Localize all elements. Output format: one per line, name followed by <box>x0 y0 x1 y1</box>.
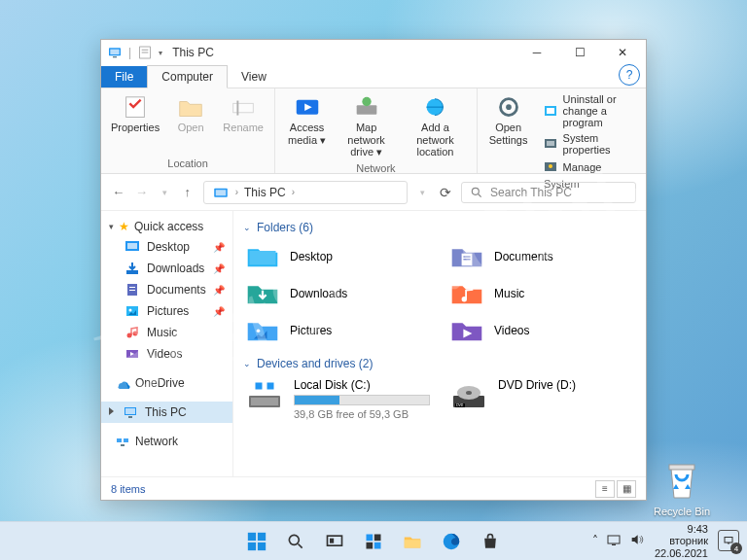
music-folder-icon <box>449 279 484 308</box>
titlebar[interactable]: | ▾ This PC ─ ☐ ✕ <box>101 40 646 65</box>
settings-icon <box>494 94 523 120</box>
folder-downloads[interactable]: Downloads <box>243 277 432 310</box>
downloads-icon <box>124 261 140 276</box>
breadcrumb-root[interactable]: This PC <box>244 186 286 199</box>
uninstall-icon <box>543 103 558 119</box>
qat-properties-icon[interactable] <box>137 45 153 60</box>
tab-file[interactable]: File <box>101 66 147 88</box>
taskbar[interactable]: ˄ 9:43 вторник 22.06.2021 4 <box>0 521 747 560</box>
recent-locations-button[interactable]: ▾ <box>157 182 172 203</box>
tab-view[interactable]: View <box>228 66 280 88</box>
folder-music[interactable]: Music <box>447 277 636 310</box>
svg-rect-27 <box>127 243 137 249</box>
maximize-button[interactable]: ☐ <box>558 40 601 65</box>
downloads-folder-icon <box>245 279 280 308</box>
nav-videos[interactable]: Videos <box>101 343 232 365</box>
svg-rect-47 <box>463 259 470 260</box>
folders-section-header[interactable]: ⌄Folders (6) <box>243 221 636 234</box>
up-button[interactable]: ↑ <box>180 182 196 203</box>
documents-icon <box>124 282 140 298</box>
svg-rect-43 <box>121 444 124 446</box>
minimize-button[interactable]: ─ <box>516 40 558 65</box>
search-icon <box>470 186 483 199</box>
action-center-button[interactable]: 4 <box>718 530 739 551</box>
forward-button: → <box>134 182 150 203</box>
refresh-button[interactable]: ⟳ <box>438 182 453 203</box>
documents-folder-icon <box>449 242 484 271</box>
add-location-icon <box>420 94 449 120</box>
task-view-button[interactable] <box>317 524 352 559</box>
access-media-button[interactable]: Access media ▾ <box>281 90 333 162</box>
svg-point-24 <box>472 188 479 194</box>
tab-computer[interactable]: Computer <box>147 65 228 88</box>
nav-network[interactable]: Network <box>101 431 232 452</box>
dvd-drive-icon: DVD <box>449 378 488 413</box>
system-properties-button[interactable]: System properties <box>540 131 636 157</box>
add-network-location-button[interactable]: Add a network location <box>400 90 470 162</box>
breadcrumb-pc-icon <box>212 185 230 200</box>
properties-button[interactable]: Properties <box>107 90 163 158</box>
svg-rect-42 <box>124 438 128 442</box>
ribbon-group-network: Access media ▾ Map network drive ▾ Add a… <box>275 88 477 173</box>
quick-access-header[interactable]: ▾★Quick access <box>101 217 232 236</box>
widgets-button[interactable] <box>356 524 391 559</box>
nav-this-pc[interactable]: This PC <box>101 402 232 423</box>
onedrive-icon <box>115 375 130 391</box>
back-button[interactable]: ← <box>111 182 126 203</box>
drive-local-c[interactable]: Local Disk (C:) 39,8 GB free of 59,3 GB <box>243 376 432 422</box>
map-network-drive-button[interactable]: Map network drive ▾ <box>335 90 398 162</box>
access-media-icon <box>293 94 322 120</box>
folder-desktop[interactable]: Desktop <box>243 240 432 273</box>
recycle-bin-icon <box>661 455 702 504</box>
nav-music[interactable]: Music <box>101 322 232 343</box>
videos-folder-icon <box>449 316 484 345</box>
help-button[interactable]: ? <box>619 64 640 86</box>
nav-downloads[interactable]: Downloads📌 <box>101 258 232 279</box>
svg-rect-6 <box>126 97 145 118</box>
clock[interactable]: 9:43 вторник 22.06.2021 <box>655 523 708 560</box>
start-button[interactable] <box>239 524 274 559</box>
pin-icon: 📌 <box>213 285 225 296</box>
recycle-bin[interactable]: Recycle Bin <box>652 455 712 517</box>
drive-dvd-name: DVD Drive (D:) <box>498 378 634 392</box>
view-icons-button[interactable]: ▦ <box>617 480 636 498</box>
network-tray-icon[interactable] <box>606 532 622 549</box>
nav-documents[interactable]: Documents📌 <box>101 279 232 300</box>
close-button[interactable]: ✕ <box>601 40 644 65</box>
svg-point-49 <box>257 329 261 332</box>
uninstall-program-button[interactable]: Uninstall or change a program <box>540 92 636 129</box>
nav-onedrive[interactable]: OneDrive <box>101 372 232 394</box>
view-details-button[interactable]: ≡ <box>595 480 615 498</box>
drive-dvd-d[interactable]: DVD DVD Drive (D:) <box>447 376 636 422</box>
breadcrumb-dropdown[interactable]: ▾ <box>415 182 431 203</box>
quick-access-label: Quick access <box>134 220 203 233</box>
system-tray: ˄ 9:43 вторник 22.06.2021 4 <box>592 523 747 560</box>
ribbon: Properties Open Rename Location Access m… <box>101 88 646 174</box>
search-button[interactable] <box>278 524 313 559</box>
search-input[interactable]: Search This PC <box>461 182 636 203</box>
content-pane: ⌄Folders (6) Desktop Documents Downloads… <box>233 211 646 476</box>
nav-pictures[interactable]: Pictures📌 <box>101 300 232 322</box>
chevron-right-icon[interactable]: › <box>235 187 238 197</box>
tray-chevron-icon[interactable]: ˄ <box>592 534 598 547</box>
open-settings-button[interactable]: Open Settings <box>483 90 534 178</box>
svg-rect-40 <box>128 416 132 418</box>
edge-button[interactable] <box>434 524 469 559</box>
svg-rect-4 <box>142 50 149 51</box>
map-drive-label: Map network drive ▾ <box>338 122 394 158</box>
open-button: Open <box>165 90 216 158</box>
chevron-right-icon[interactable]: › <box>292 187 295 197</box>
svg-rect-17 <box>547 108 554 114</box>
breadcrumb[interactable]: › This PC › <box>203 181 408 204</box>
folder-videos[interactable]: Videos <box>447 314 636 347</box>
drives-section-header[interactable]: ⌄Devices and drives (2) <box>243 357 636 370</box>
nav-desktop[interactable]: Desktop📌 <box>101 236 232 258</box>
folder-documents[interactable]: Documents <box>447 240 636 273</box>
folder-pictures[interactable]: Pictures <box>243 314 432 347</box>
svg-rect-62 <box>669 465 694 470</box>
open-icon <box>176 94 205 120</box>
store-button[interactable] <box>473 524 508 559</box>
file-explorer-taskbar-button[interactable] <box>395 524 430 559</box>
qat-dropdown-icon[interactable]: ▾ <box>159 49 162 57</box>
volume-tray-icon[interactable] <box>629 532 645 549</box>
